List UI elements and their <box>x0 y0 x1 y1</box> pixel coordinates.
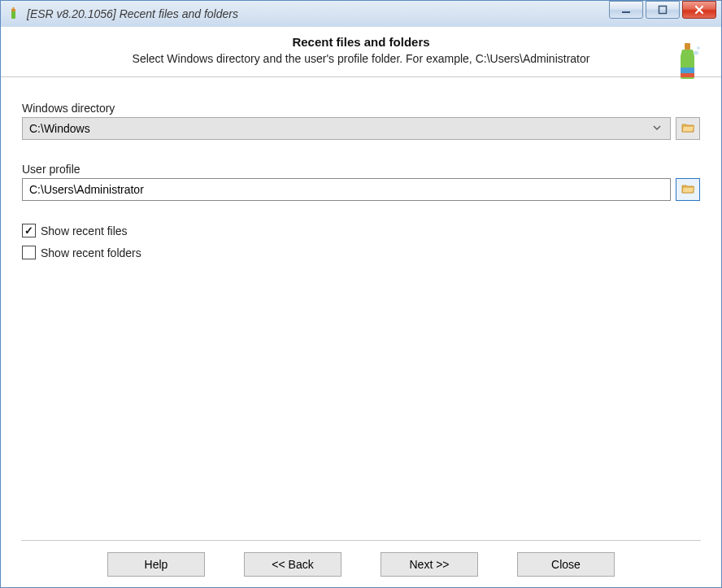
page-header: Recent files and folders Select Windows … <box>1 27 721 77</box>
page-subtitle: Select Windows directory and the user's … <box>17 52 705 65</box>
app-icon <box>7 7 20 20</box>
svg-point-8 <box>694 51 698 55</box>
windows-dir-label: Windows directory <box>22 102 700 115</box>
header-bottle-icon <box>674 41 702 81</box>
svg-rect-4 <box>659 7 667 14</box>
maximize-button[interactable] <box>646 1 680 19</box>
folder-icon <box>681 183 694 197</box>
folder-icon <box>681 122 694 136</box>
footer-divider <box>21 540 701 541</box>
show-recent-folders-checkbox[interactable] <box>22 246 36 259</box>
windows-dir-browse-button[interactable] <box>676 117 700 140</box>
help-button[interactable]: Help <box>107 552 205 577</box>
show-recent-folders-label[interactable]: Show recent folders <box>41 246 141 259</box>
window-title: [ESR v8.20.1056] Recent files and folder… <box>27 7 238 20</box>
svg-rect-2 <box>13 7 15 10</box>
user-profile-browse-button[interactable] <box>676 178 700 201</box>
user-profile-row <box>22 178 700 201</box>
footer-buttons: Help << Back Next >> Close <box>21 552 701 577</box>
close-button[interactable]: Close <box>517 552 615 577</box>
svg-rect-6 <box>681 68 694 73</box>
back-button[interactable]: << Back <box>244 552 341 577</box>
svg-rect-5 <box>685 43 690 50</box>
show-recent-files-checkbox[interactable] <box>22 224 36 237</box>
show-recent-folders-row: Show recent folders <box>22 246 700 259</box>
user-profile-input[interactable] <box>22 178 671 201</box>
windows-dir-row: C:\Windows <box>22 117 700 140</box>
user-profile-label: User profile <box>22 163 700 176</box>
svg-point-9 <box>697 46 700 49</box>
show-recent-files-row: Show recent files <box>22 224 700 237</box>
chevron-down-icon <box>652 122 662 135</box>
footer: Help << Back Next >> Close <box>21 540 701 577</box>
svg-rect-3 <box>622 11 630 13</box>
windows-dir-combo[interactable]: C:\Windows <box>22 117 671 140</box>
next-button[interactable]: Next >> <box>381 552 478 577</box>
svg-rect-7 <box>681 73 694 77</box>
close-window-button[interactable] <box>682 1 716 19</box>
window-controls <box>607 1 721 20</box>
titlebar: [ESR v8.20.1056] Recent files and folder… <box>1 1 721 27</box>
show-recent-files-label[interactable]: Show recent files <box>41 224 128 237</box>
page-title: Recent files and folders <box>17 35 705 49</box>
main-content: Windows directory C:\Windows User profil… <box>1 77 721 276</box>
windows-dir-value: C:\Windows <box>29 122 90 135</box>
minimize-button[interactable] <box>609 1 643 19</box>
